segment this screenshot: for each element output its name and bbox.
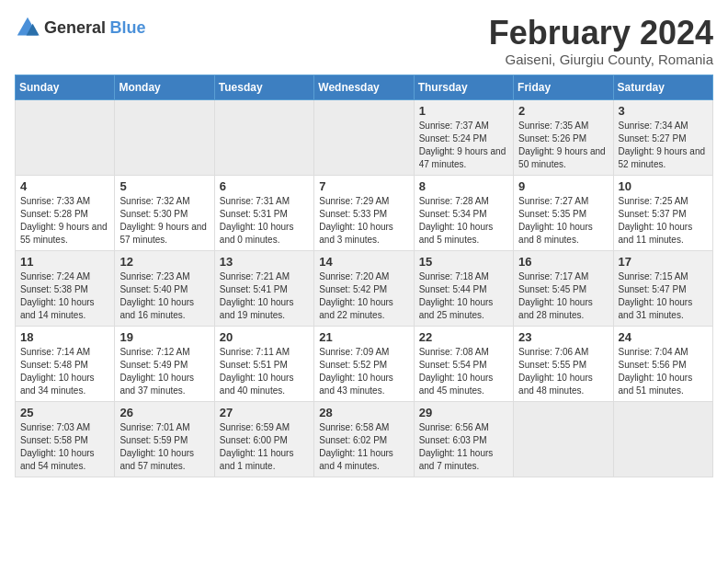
calendar-day-cell: 24Sunrise: 7:04 AM Sunset: 5:56 PM Dayli… <box>613 326 712 401</box>
day-info: Sunrise: 7:15 AM Sunset: 5:47 PM Dayligh… <box>619 270 708 322</box>
weekday-header: Sunday <box>16 75 115 99</box>
day-number: 19 <box>119 330 209 344</box>
day-number: 29 <box>419 406 508 419</box>
logo-blue: Blue <box>110 18 146 37</box>
calendar-day-cell: 14Sunrise: 7:20 AM Sunset: 5:42 PM Dayli… <box>314 250 414 326</box>
day-number: 2 <box>518 104 608 118</box>
logo: General Blue <box>15 15 146 40</box>
day-number: 3 <box>619 104 708 118</box>
weekday-header: Thursday <box>414 75 513 99</box>
calendar-day-cell <box>115 99 214 175</box>
day-info: Sunrise: 7:12 AM Sunset: 5:49 PM Dayligh… <box>119 346 209 397</box>
day-number: 16 <box>518 255 608 269</box>
calendar-day-cell: 17Sunrise: 7:15 AM Sunset: 5:47 PM Dayli… <box>613 250 712 326</box>
day-number: 9 <box>518 179 608 193</box>
calendar-day-cell: 9Sunrise: 7:27 AM Sunset: 5:35 PM Daylig… <box>514 175 613 250</box>
day-info: Sunrise: 7:20 AM Sunset: 5:42 PM Dayligh… <box>319 270 408 322</box>
day-info: Sunrise: 7:31 AM Sunset: 5:31 PM Dayligh… <box>220 195 309 247</box>
day-info: Sunrise: 7:21 AM Sunset: 5:41 PM Dayligh… <box>220 270 309 322</box>
day-info: Sunrise: 7:17 AM Sunset: 5:45 PM Dayligh… <box>518 270 608 322</box>
day-number: 24 <box>619 330 708 344</box>
calendar-day-cell: 18Sunrise: 7:14 AM Sunset: 5:48 PM Dayli… <box>16 326 115 401</box>
weekday-header: Tuesday <box>214 75 313 99</box>
day-number: 1 <box>419 104 508 118</box>
day-number: 8 <box>419 179 508 193</box>
day-number: 18 <box>20 330 109 344</box>
day-info: Sunrise: 7:32 AM Sunset: 5:30 PM Dayligh… <box>119 195 209 247</box>
calendar-week-row: 25Sunrise: 7:03 AM Sunset: 5:58 PM Dayli… <box>16 401 713 477</box>
weekday-header: Saturday <box>613 75 712 99</box>
calendar-day-cell: 2Sunrise: 7:35 AM Sunset: 5:26 PM Daylig… <box>514 99 613 175</box>
day-info: Sunrise: 7:01 AM Sunset: 5:59 PM Dayligh… <box>119 421 209 473</box>
calendar-day-cell: 13Sunrise: 7:21 AM Sunset: 5:41 PM Dayli… <box>214 250 313 326</box>
day-info: Sunrise: 7:33 AM Sunset: 5:28 PM Dayligh… <box>20 195 109 247</box>
day-info: Sunrise: 7:23 AM Sunset: 5:40 PM Dayligh… <box>119 270 209 322</box>
day-info: Sunrise: 7:25 AM Sunset: 5:37 PM Dayligh… <box>619 195 708 247</box>
calendar-day-cell: 16Sunrise: 7:17 AM Sunset: 5:45 PM Dayli… <box>514 250 613 326</box>
day-number: 26 <box>119 406 209 419</box>
day-number: 10 <box>619 179 708 193</box>
day-number: 15 <box>419 255 508 269</box>
day-number: 12 <box>119 255 209 269</box>
calendar-day-cell: 10Sunrise: 7:25 AM Sunset: 5:37 PM Dayli… <box>613 175 712 250</box>
calendar-day-cell: 25Sunrise: 7:03 AM Sunset: 5:58 PM Dayli… <box>16 401 115 477</box>
day-info: Sunrise: 7:11 AM Sunset: 5:51 PM Dayligh… <box>220 346 309 397</box>
calendar-week-row: 1Sunrise: 7:37 AM Sunset: 5:24 PM Daylig… <box>16 99 713 175</box>
day-info: Sunrise: 7:35 AM Sunset: 5:26 PM Dayligh… <box>518 120 608 171</box>
calendar-day-cell <box>514 401 613 477</box>
calendar-day-cell: 27Sunrise: 6:59 AM Sunset: 6:00 PM Dayli… <box>214 401 313 477</box>
calendar-week-row: 18Sunrise: 7:14 AM Sunset: 5:48 PM Dayli… <box>16 326 713 401</box>
calendar-day-cell: 6Sunrise: 7:31 AM Sunset: 5:31 PM Daylig… <box>214 175 313 250</box>
calendar-week-row: 4Sunrise: 7:33 AM Sunset: 5:28 PM Daylig… <box>16 175 713 250</box>
day-number: 13 <box>220 255 309 269</box>
day-info: Sunrise: 7:14 AM Sunset: 5:48 PM Dayligh… <box>20 346 109 397</box>
title-area: February 2024 Gaiseni, Giurgiu County, R… <box>489 15 713 67</box>
calendar-day-cell <box>613 401 712 477</box>
day-number: 14 <box>319 255 408 269</box>
month-year-title: February 2024 <box>489 15 713 52</box>
day-number: 11 <box>20 255 109 269</box>
day-info: Sunrise: 7:09 AM Sunset: 5:52 PM Dayligh… <box>319 346 408 397</box>
day-info: Sunrise: 7:34 AM Sunset: 5:27 PM Dayligh… <box>619 120 708 171</box>
day-info: Sunrise: 7:08 AM Sunset: 5:54 PM Dayligh… <box>419 346 508 397</box>
day-number: 25 <box>20 406 109 419</box>
day-info: Sunrise: 7:28 AM Sunset: 5:34 PM Dayligh… <box>419 195 508 247</box>
logo-general: General <box>44 18 106 37</box>
logo-icon <box>15 15 40 40</box>
day-number: 23 <box>518 330 608 344</box>
calendar-week-row: 11Sunrise: 7:24 AM Sunset: 5:38 PM Dayli… <box>16 250 713 326</box>
day-info: Sunrise: 7:18 AM Sunset: 5:44 PM Dayligh… <box>419 270 508 322</box>
day-number: 7 <box>319 179 408 193</box>
calendar-day-cell: 3Sunrise: 7:34 AM Sunset: 5:27 PM Daylig… <box>613 99 712 175</box>
calendar-day-cell: 5Sunrise: 7:32 AM Sunset: 5:30 PM Daylig… <box>115 175 214 250</box>
calendar-day-cell: 23Sunrise: 7:06 AM Sunset: 5:55 PM Dayli… <box>514 326 613 401</box>
day-info: Sunrise: 7:04 AM Sunset: 5:56 PM Dayligh… <box>619 346 708 397</box>
calendar-day-cell: 11Sunrise: 7:24 AM Sunset: 5:38 PM Dayli… <box>16 250 115 326</box>
calendar-day-cell: 1Sunrise: 7:37 AM Sunset: 5:24 PM Daylig… <box>414 99 513 175</box>
day-number: 22 <box>419 330 508 344</box>
day-info: Sunrise: 7:06 AM Sunset: 5:55 PM Dayligh… <box>518 346 608 397</box>
weekday-header-row: SundayMondayTuesdayWednesdayThursdayFrid… <box>16 75 713 99</box>
calendar-day-cell: 8Sunrise: 7:28 AM Sunset: 5:34 PM Daylig… <box>414 175 513 250</box>
calendar-day-cell: 4Sunrise: 7:33 AM Sunset: 5:28 PM Daylig… <box>16 175 115 250</box>
calendar-day-cell <box>214 99 313 175</box>
day-number: 27 <box>220 406 309 419</box>
day-info: Sunrise: 6:58 AM Sunset: 6:02 PM Dayligh… <box>319 421 408 473</box>
page-header: General Blue February 2024 Gaiseni, Giur… <box>15 15 713 67</box>
calendar-day-cell: 26Sunrise: 7:01 AM Sunset: 5:59 PM Dayli… <box>115 401 214 477</box>
calendar-day-cell: 22Sunrise: 7:08 AM Sunset: 5:54 PM Dayli… <box>414 326 513 401</box>
day-info: Sunrise: 7:37 AM Sunset: 5:24 PM Dayligh… <box>419 120 508 171</box>
day-number: 6 <box>220 179 309 193</box>
day-info: Sunrise: 7:24 AM Sunset: 5:38 PM Dayligh… <box>20 270 109 322</box>
day-info: Sunrise: 7:29 AM Sunset: 5:33 PM Dayligh… <box>319 195 408 247</box>
calendar-day-cell <box>16 99 115 175</box>
weekday-header: Monday <box>115 75 214 99</box>
calendar-table: SundayMondayTuesdayWednesdayThursdayFrid… <box>15 75 713 477</box>
day-number: 28 <box>319 406 408 419</box>
location-subtitle: Gaiseni, Giurgiu County, Romania <box>489 52 713 67</box>
calendar-day-cell: 7Sunrise: 7:29 AM Sunset: 5:33 PM Daylig… <box>314 175 414 250</box>
calendar-day-cell: 15Sunrise: 7:18 AM Sunset: 5:44 PM Dayli… <box>414 250 513 326</box>
calendar-day-cell: 28Sunrise: 6:58 AM Sunset: 6:02 PM Dayli… <box>314 401 414 477</box>
day-info: Sunrise: 7:03 AM Sunset: 5:58 PM Dayligh… <box>20 421 109 473</box>
calendar-day-cell: 20Sunrise: 7:11 AM Sunset: 5:51 PM Dayli… <box>214 326 313 401</box>
